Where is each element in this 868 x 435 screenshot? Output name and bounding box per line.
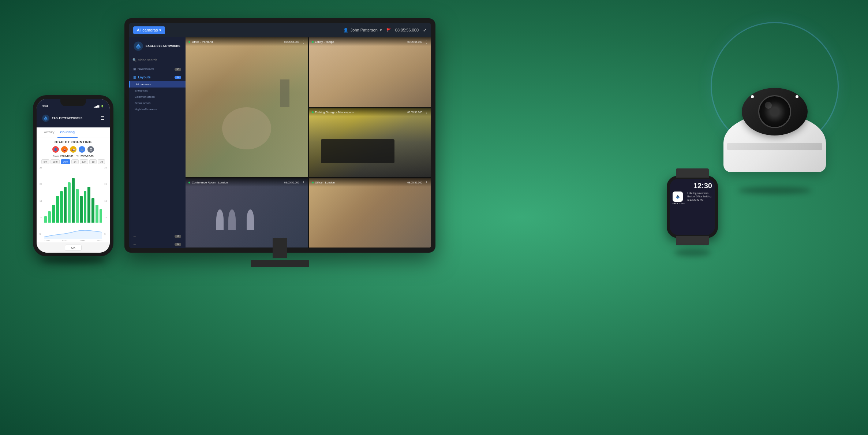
sidebar-item-17[interactable]: ··· 17	[129, 232, 186, 240]
phone-ok-button[interactable]: OK	[65, 245, 82, 251]
bar-2	[52, 205, 55, 223]
watch-brand: EAGLE EYE	[673, 202, 685, 205]
phone-tab-counting[interactable]: Counting	[57, 127, 78, 138]
dropdown-arrow-icon: ▾	[159, 28, 161, 33]
item-24-badge: 24	[175, 243, 181, 246]
monitor-stand-neck	[273, 238, 287, 258]
y-label-r20: 20	[104, 183, 107, 185]
watch-shadow	[674, 249, 711, 256]
topbar-right: 👤 John Patterson ▾ 🚩 08:05:56.000 ⤢	[343, 27, 427, 33]
phone-menu-icon[interactable]: ☰	[101, 116, 105, 121]
cam-menu-icon[interactable]: ⋮	[302, 181, 305, 185]
cam-menu-icon[interactable]: ⋮	[302, 40, 305, 44]
sidebar-logo-text: EAGLE EYE NETWORKS	[146, 44, 180, 48]
sidebar-item-24[interactable]: ··· 24	[129, 240, 186, 248]
bar-9	[80, 196, 83, 223]
phone-date-row: From 2020-12-09 To 2020-12-09	[37, 154, 110, 158]
cam-menu-icon[interactable]: ⋮	[424, 40, 428, 44]
layouts-badge: 24	[175, 76, 181, 79]
bar-7	[72, 178, 75, 223]
cam-overlay-parking: Parking Garage - Minneapolis 08:05:56.00…	[309, 108, 431, 116]
time-btn-1d[interactable]: 1d	[89, 159, 97, 164]
cam-status-dot	[188, 182, 190, 183]
sidebar-sub-items: All cameras Entrances Common areas Break…	[129, 81, 186, 112]
time-btn-30m[interactable]: 30m	[61, 159, 70, 164]
y-label-20: 20	[40, 183, 42, 185]
phone-bottom: OK	[37, 242, 110, 253]
sidebar-item-dashboard[interactable]: ⊞ Dashboard 55	[129, 65, 186, 73]
sidebar-search[interactable]: 🔍	[129, 55, 186, 65]
sidebar-sub-common-areas[interactable]: Common areas	[129, 94, 186, 100]
cam-cell-office-portland[interactable]: Office - Portland 08:05:56.000 ⋮	[186, 37, 308, 177]
list-icon[interactable]: ☰	[87, 146, 94, 153]
cam-time-office-london: 08:05:56.000	[407, 181, 422, 184]
truck-count-icon[interactable]: 🚛	[70, 146, 76, 153]
cam-cell-office-london[interactable]: Office - London 08:05:56.000 ⋮	[309, 178, 431, 248]
sidebar-sub-entrances[interactable]: Entrances	[129, 88, 186, 94]
time-btn-12h[interactable]: 12h	[80, 159, 89, 164]
phone-section-title: OBJECT COUNTING	[37, 138, 110, 145]
camera-body	[720, 92, 830, 183]
date-from-label: From	[53, 155, 59, 157]
watch-alert: Loitering on camera Back of Office Build…	[687, 192, 711, 205]
wifi-icon: ▂▄▆	[94, 105, 99, 108]
date-to-value: 2020-12-09	[81, 155, 94, 157]
sidebar-logo: EAGLE EYE NETWORKS	[129, 37, 186, 55]
cam-menu-icon[interactable]: ⋮	[424, 110, 428, 114]
time-btn-1h[interactable]: 1h	[71, 159, 79, 164]
date-to-label: To	[76, 155, 79, 157]
user-name: John Patterson	[351, 28, 378, 32]
y-label-5: 5	[40, 233, 42, 235]
user-arrow-icon: ▾	[380, 28, 382, 33]
phone-logo: EAGLE EYE NETWORKS	[42, 114, 82, 122]
watch-content: EAGLE EYE Loitering on camera Back of Of…	[673, 192, 712, 205]
bar-5	[64, 187, 67, 223]
monitor-screen: All cameras ▾ 👤 John Patterson ▾ 🚩 08:05…	[129, 23, 431, 248]
phone-shadow	[41, 256, 105, 264]
dashboard-label: Dashboard	[138, 67, 154, 71]
person-count-icon[interactable]: 👤	[52, 146, 59, 153]
bar-6	[68, 182, 71, 223]
cam-menu-icon[interactable]: ⋮	[424, 181, 428, 185]
time-btn-7d[interactable]: 7d	[98, 159, 105, 164]
cam-cell-conference[interactable]: Conference Room - London 08:05:56.000 ⋮	[186, 178, 308, 248]
sidebar-sub-high-traffic[interactable]: High traffic areas	[129, 106, 186, 112]
phone-app-header: EAGLE EYE NETWORKS ☰	[37, 109, 110, 127]
cam-cell-parking[interactable]: Parking Garage - Minneapolis 08:05:56.00…	[309, 108, 431, 177]
sidebar-sub-break-areas[interactable]: Break areas	[129, 100, 186, 106]
bar-12	[91, 198, 94, 223]
security-camera-device	[711, 22, 839, 183]
camera-dropdown-label: All cameras	[137, 28, 158, 32]
cam-cell-lobby-tampa[interactable]: Lobby - Tampa 08:05:56.000 ⋮	[309, 37, 431, 107]
smartwatch: 12:30 EAGLE EYE Loitering on camera	[663, 176, 722, 249]
expand-icon[interactable]: ⤢	[423, 27, 427, 33]
sidebar-sub-all-cameras[interactable]: All cameras	[129, 81, 186, 88]
dashboard-icon: ⊞	[133, 67, 136, 71]
phone-tab-activity[interactable]: Activity	[41, 127, 57, 138]
phone-x-labels: 12:00 13:00 14:00 15:00	[44, 239, 102, 242]
search-input[interactable]	[138, 58, 182, 62]
phone-bars	[44, 167, 102, 223]
date-from-value: 2020-12-09	[60, 155, 74, 157]
watch-screen: 12:30 EAGLE EYE Loitering on camera	[670, 179, 715, 235]
time-btn-15m[interactable]: 15m	[50, 159, 60, 164]
bike-count-icon[interactable]: 🚲	[79, 146, 85, 153]
camera-dropdown[interactable]: All cameras ▾	[133, 26, 165, 34]
phone-status-time: 9:41	[42, 104, 48, 108]
cam-time-office-portland: 08:05:56.000	[284, 41, 299, 43]
watch-band-top	[676, 168, 709, 178]
car-count-icon[interactable]: 🚗	[61, 146, 68, 153]
watch-eagle-icon	[673, 192, 683, 202]
monitor-sidebar: EAGLE EYE NETWORKS 🔍 ⊞ Dashboard 55	[129, 37, 186, 248]
phone-screen: 9:41 ▂▄▆ 🔋 EAGLE EYE NETWORKS	[37, 99, 110, 253]
y-label-r5: 5	[104, 233, 107, 235]
topbar-left: All cameras ▾	[133, 26, 165, 34]
sidebar-item-layouts[interactable]: ▦ Layouts 24	[129, 73, 186, 81]
cam-overlay-lobby-tampa: Lobby - Tampa 08:05:56.000 ⋮	[309, 37, 431, 46]
watch-alert-title: Loitering on camera	[687, 192, 711, 195]
time-btn-5m[interactable]: 5m	[41, 159, 49, 164]
monitor-topbar: All cameras ▾ 👤 John Patterson ▾ 🚩 08:05…	[129, 23, 431, 37]
watch-outer: 12:30 EAGLE EYE Loitering on camera	[667, 176, 718, 238]
y-label-r15: 15	[104, 200, 107, 202]
layouts-label: Layouts	[138, 75, 151, 79]
